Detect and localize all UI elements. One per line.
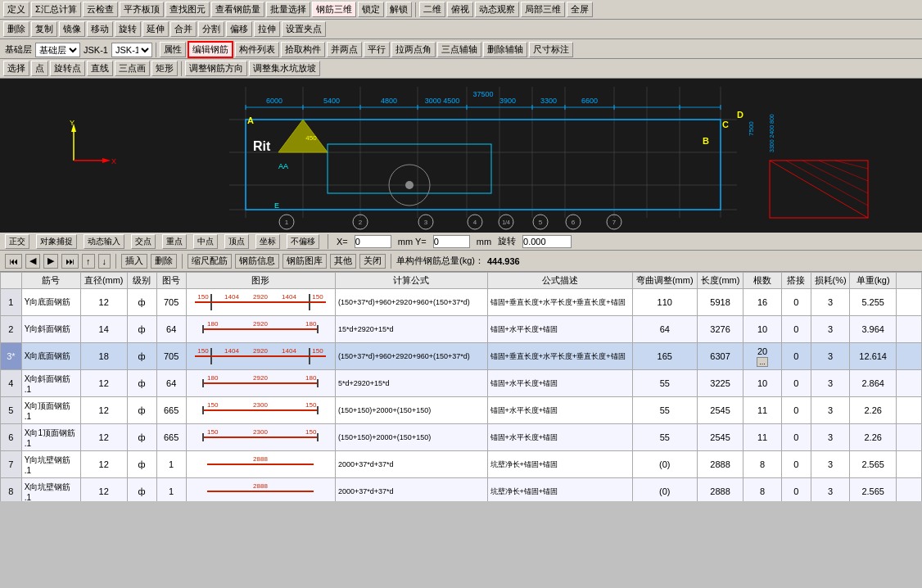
point-btn[interactable]: 点 [31, 61, 48, 76]
summary-btn[interactable]: Σ汇总计算 [31, 2, 81, 17]
top-view-btn[interactable]: 俯视 [447, 2, 473, 17]
nav-next-btn[interactable]: ▶ [43, 254, 58, 269]
close-btn[interactable]: 关闭 [359, 254, 386, 269]
coord-snap-btn[interactable]: 坐标 [255, 234, 280, 249]
batch-select-btn[interactable]: 批量选择 [266, 2, 310, 17]
two-point-btn[interactable]: 并两点 [327, 42, 362, 57]
rebar-diagram-btn[interactable]: 钢筋图库 [282, 254, 327, 269]
row-diameter: 12 [80, 478, 127, 502]
table-row[interactable]: 5 X向顶面钢筋 .1 12 ф 665 1502300150 (150+150… [1, 397, 922, 424]
y-input[interactable] [433, 235, 470, 248]
split-btn[interactable]: 分割 [198, 21, 224, 37]
rotate-input[interactable] [522, 235, 572, 248]
stretch-btn[interactable]: 拉伸 [254, 21, 280, 37]
insert-btn[interactable]: 插入 [121, 254, 147, 269]
row-lap: 0 [781, 316, 811, 343]
pull-angle-btn[interactable]: 拉两点角 [391, 42, 436, 57]
dynamic-input-btn[interactable]: 动态输入 [84, 234, 124, 249]
row-figure: 665 [156, 424, 186, 451]
center-snap-btn[interactable]: 中点 [193, 234, 218, 249]
2d-btn[interactable]: 二维 [419, 2, 445, 17]
rebar-3d-btn[interactable]: 钢筋三维 [312, 2, 356, 17]
row-extra [897, 316, 922, 343]
local-3d-btn[interactable]: 局部三维 [521, 2, 565, 17]
type-select[interactable]: JSK-1 [111, 43, 152, 57]
find-element-btn[interactable]: 查找图元 [165, 2, 210, 17]
table-row[interactable]: 1 Y向底面钢筋 12 ф 705 150140429201404150 (15… [1, 289, 922, 316]
three-point-draw-btn[interactable]: 三点画 [115, 61, 150, 76]
svg-text:3300: 3300 [540, 97, 557, 105]
cad-view[interactable]: 450 6000 5400 4800 3000 4500 3 [0, 79, 922, 233]
component-list-btn[interactable]: 构件列表 [235, 42, 279, 57]
col-diameter: 直径(mm) [80, 273, 127, 289]
other-btn[interactable]: 其他 [330, 254, 356, 269]
row-desc: 锚固+水平长度+锚固 [487, 370, 632, 397]
view-rebar-btn[interactable]: 查看钢筋量 [211, 2, 264, 17]
row-count[interactable]: 20... [743, 343, 781, 370]
table-row[interactable]: 8 X向坑壁钢筋 .1 12 ф 1 2888 2000+37*d+37*d 坑… [1, 478, 922, 502]
define-btn[interactable]: 定义 [3, 2, 29, 17]
align-top-btn[interactable]: 平齐板顶 [120, 2, 164, 17]
no-offset-btn[interactable]: 不偏移 [287, 234, 319, 249]
x-input[interactable] [355, 235, 391, 248]
three-point-axis-btn[interactable]: 三点辅轴 [437, 42, 481, 57]
rebar-table-container[interactable]: 筋号 直径(mm) 级别 图号 图形 计算公式 公式描述 弯曲调整(mm) 长度… [0, 272, 922, 501]
rebar-info-btn[interactable]: 钢筋信息 [235, 254, 279, 269]
parallel-btn[interactable]: 平行 [364, 42, 390, 57]
select-btn[interactable]: 选择 [3, 61, 29, 76]
nav-up-btn[interactable]: ↑ [82, 254, 95, 269]
orthogonal-btn[interactable]: 正交 [5, 234, 29, 249]
move-btn[interactable]: 移动 [87, 21, 113, 37]
table-row[interactable]: 2 Y向斜面钢筋 14 ф 64 1802920180 15*d+2920+15… [1, 316, 922, 343]
col-figure: 图号 [156, 273, 186, 289]
table-row[interactable]: 3* X向底面钢筋 18 ф 705 150140429201404150 (1… [1, 343, 922, 370]
copy-btn[interactable]: 复制 [31, 21, 57, 37]
dynamic-observe-btn[interactable]: 动态观察 [475, 2, 519, 17]
extend-btn[interactable]: 延伸 [142, 21, 169, 37]
line-btn[interactable]: 直线 [87, 61, 113, 76]
cloud-check-btn[interactable]: 云检查 [83, 2, 118, 17]
col-desc: 公式描述 [487, 273, 632, 289]
properties-btn[interactable]: 属性 [160, 42, 186, 57]
vertex-snap-btn[interactable]: 顶点 [224, 234, 249, 249]
delete-axis-btn[interactable]: 删除辅轴 [483, 42, 527, 57]
nav-down-btn[interactable]: ↓ [98, 254, 111, 269]
fullscreen-btn[interactable]: 全屏 [567, 2, 593, 17]
row-lap: 0 [781, 397, 811, 424]
row-lap: 0 [781, 451, 811, 478]
set-grip-btn[interactable]: 设置夹点 [282, 21, 326, 37]
rotate-btn[interactable]: 旋转 [115, 21, 141, 37]
svg-text:2920: 2920 [253, 347, 268, 355]
rect-btn[interactable]: 矩形 [151, 61, 178, 76]
midpoint-snap-btn[interactable]: 重点 [162, 234, 187, 249]
pick-component-btn[interactable]: 拾取构件 [281, 42, 325, 57]
mirror-btn[interactable]: 镜像 [59, 21, 85, 37]
nav-delete-btn[interactable]: 删除 [151, 254, 177, 269]
scale-btn[interactable]: 缩尺配筋 [188, 254, 232, 269]
table-row[interactable]: 6 X向1顶面钢筋 .1 12 ф 665 1502300150 (150+15… [1, 424, 922, 451]
row-extra [897, 343, 922, 370]
delete-btn[interactable]: 删除 [3, 21, 29, 37]
unlock-btn[interactable]: 解锁 [386, 2, 412, 17]
table-row[interactable]: 4 X向斜面钢筋 .1 12 ф 64 1802920180 5*d+2920+… [1, 370, 922, 397]
table-row[interactable]: 7 Y向坑壁钢筋 .1 12 ф 1 2888 2000+37*d+37*d 坑… [1, 451, 922, 478]
cross-btn[interactable]: 交点 [131, 234, 156, 249]
nav-prev-btn[interactable]: ◀ [25, 254, 40, 269]
nav-last-btn[interactable]: ⏭ [61, 254, 79, 269]
rotate-point-btn[interactable]: 旋转点 [50, 61, 85, 76]
row-bend: 165 [632, 343, 697, 370]
row-length: 2545 [697, 397, 743, 424]
offset-btn[interactable]: 偏移 [226, 21, 252, 37]
dimension-btn[interactable]: 尺寸标注 [529, 42, 573, 57]
snap-btn[interactable]: 对象捕捉 [36, 234, 77, 249]
nav-first-btn[interactable]: ⏮ [5, 254, 22, 269]
adjust-pit-btn[interactable]: 调整集水坑放坡 [249, 61, 320, 76]
layer-select[interactable]: 基础层 [35, 43, 80, 57]
row-loss: 3 [811, 397, 850, 424]
edit-rebar-btn[interactable]: 编辑钢筋 [188, 41, 233, 58]
lock-btn[interactable]: 锁定 [358, 2, 384, 17]
merge-btn[interactable]: 合并 [170, 21, 197, 37]
row-extra [897, 478, 922, 502]
row-extra [897, 424, 922, 451]
adjust-rebar-dir-btn[interactable]: 调整钢筋方向 [185, 61, 247, 76]
